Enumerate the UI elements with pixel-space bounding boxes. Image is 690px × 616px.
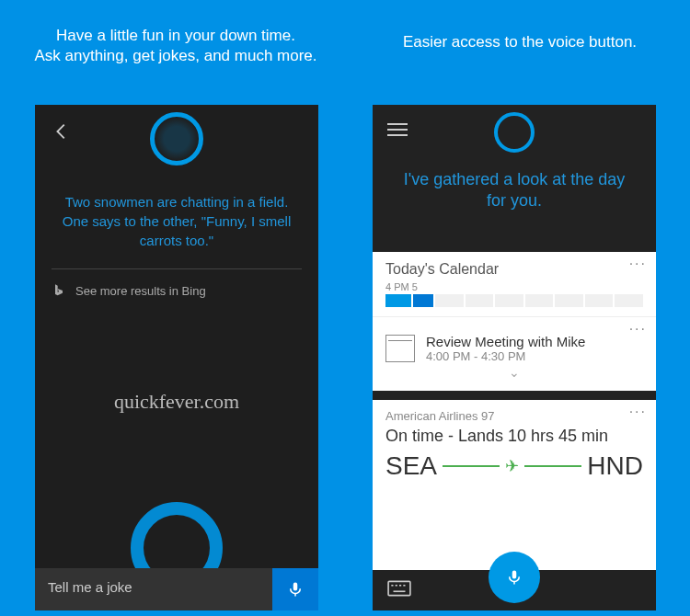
meeting-card[interactable]: ··· Review Meeting with Mike 4:00 PM - 4… [373, 316, 656, 391]
caption-line: Have a little fun in your down time. [56, 27, 295, 44]
microphone-button[interactable] [489, 552, 540, 603]
airplane-icon: ✈ [505, 456, 519, 476]
calendar-title: Today's Calendar [385, 261, 643, 278]
phone-left: Two snowmen are chatting in a field. One… [35, 105, 318, 610]
promo-caption-right: Easier access to the voice button. [373, 33, 667, 51]
phone-right: I've gathered a look at the day for you.… [373, 105, 656, 610]
meeting-title: Review Meeting with Mike [426, 334, 585, 349]
search-bar: Tell me a joke [35, 568, 318, 610]
svg-rect-0 [388, 581, 410, 595]
calendar-timeline [385, 294, 643, 307]
meeting-time: 4:00 PM - 4:30 PM [426, 349, 585, 363]
menu-button[interactable] [387, 120, 408, 140]
cortana-response-text: Two snowmen are chatting in a field. One… [35, 192, 318, 250]
calendar-icon [385, 335, 415, 362]
watermark-text: quickfever.com [35, 390, 318, 414]
cortana-header [35, 105, 318, 192]
promo-caption-left: Have a little fun in your down time. Ask… [6, 26, 346, 66]
caption-line: Ask anything, get jokes, and much more. [34, 47, 316, 64]
card-menu-button[interactable]: ··· [629, 404, 647, 420]
cortana-logo-icon [150, 112, 203, 165]
flight-destination: HND [587, 451, 643, 481]
caption-line: Easier access to the voice button. [403, 33, 637, 51]
back-button[interactable] [52, 121, 72, 146]
expand-button[interactable]: ⌄ [385, 363, 643, 382]
bing-link-label: See more results in Bing [75, 284, 206, 298]
bing-results-link[interactable]: See more results in Bing [35, 269, 318, 312]
cortana-greeting-text: I've gathered a look at the day for you. [373, 169, 656, 212]
flight-status-label: On time - Lands 10 hrs 45 min [385, 427, 643, 446]
flight-card[interactable]: ··· American Airlines 97 On time - Lands… [373, 400, 656, 496]
search-input[interactable]: Tell me a joke [35, 568, 272, 610]
cortana-logo-icon [494, 112, 535, 153]
flight-airline-label: American Airlines 97 [385, 409, 643, 423]
bing-icon [52, 282, 66, 299]
microphone-icon [287, 579, 304, 599]
flight-origin: SEA [385, 451, 437, 481]
section-gap [373, 391, 656, 400]
calendar-time-label: 4 PM 5 [385, 281, 643, 292]
microphone-button[interactable] [272, 568, 318, 610]
calendar-card: ··· Today's Calendar 4 PM 5 [373, 252, 656, 316]
card-menu-button[interactable]: ··· [629, 321, 647, 337]
keyboard-button[interactable] [387, 580, 411, 601]
cortana-header: I've gathered a look at the day for you. [373, 105, 656, 252]
flight-route: SEA ✈ HND [385, 451, 643, 481]
microphone-icon [506, 567, 523, 587]
card-menu-button[interactable]: ··· [629, 256, 647, 272]
